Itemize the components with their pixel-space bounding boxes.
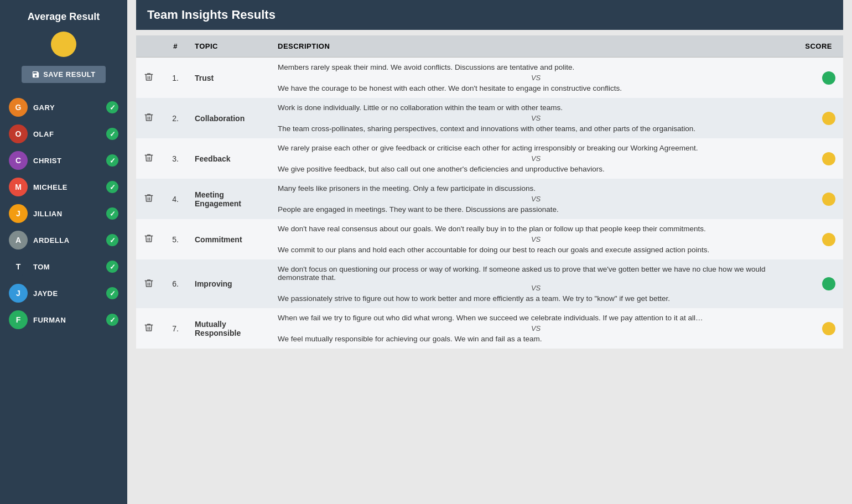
col-header-topic: TOPIC (189, 35, 272, 58)
member-name: FURMAN (33, 316, 101, 324)
row-topic: Mutually Responsible (189, 308, 272, 349)
save-result-button[interactable]: SAVE RESULT (22, 66, 106, 83)
member-check-icon (106, 101, 118, 113)
vs-label: VS (278, 74, 794, 82)
member-item[interactable]: A ARDELLA (0, 227, 127, 253)
desc-low: We don't have real consensus about our g… (278, 225, 706, 233)
member-name: OLAF (33, 130, 101, 138)
member-avatar: F (9, 310, 28, 329)
delete-cell[interactable] (136, 259, 162, 308)
member-check-icon (106, 287, 118, 299)
results-table: # TOPIC DESCRIPTION SCORE 1. Trust Membe… (136, 35, 843, 349)
table-row: 2. Collaboration Work is done individual… (136, 98, 843, 138)
row-number: 2. (162, 98, 189, 138)
col-header-icon (136, 35, 162, 58)
member-name: JILLIAN (33, 210, 101, 218)
member-item[interactable]: F FURMAN (0, 306, 127, 333)
score-dot (822, 322, 835, 335)
trash-icon[interactable] (144, 278, 154, 289)
member-check-icon (106, 207, 118, 220)
desc-low: Members rarely speak their mind. We avoi… (278, 63, 574, 71)
member-item[interactable]: G GARY (0, 94, 127, 121)
member-list: G GARY O OLAF C CHRIST M MICHELE J JILLI… (0, 94, 127, 333)
row-description: We don't focus on questioning our proces… (272, 259, 799, 308)
member-item[interactable]: J JILLIAN (0, 200, 127, 227)
desc-low: Work is done individually. Little or no … (278, 103, 563, 112)
member-check-icon (106, 181, 118, 193)
table-row: 5. Commitment We don't have real consens… (136, 219, 843, 259)
member-avatar: J (9, 284, 28, 303)
member-avatar: C (9, 151, 28, 170)
row-number: 5. (162, 219, 189, 259)
col-header-num: # (162, 35, 189, 58)
desc-low: Many feels like prisoners in the meeting… (278, 184, 536, 193)
vs-label: VS (278, 195, 794, 203)
score-dot (822, 233, 835, 246)
score-dot (822, 193, 835, 206)
row-score (799, 98, 843, 138)
member-check-icon (106, 128, 118, 140)
member-name: MICHELE (33, 183, 101, 191)
row-description: Members rarely speak their mind. We avoi… (272, 58, 799, 98)
member-avatar: O (9, 124, 28, 143)
member-name: TOM (33, 263, 101, 271)
member-name: ARDELLA (33, 236, 101, 245)
vs-label: VS (278, 154, 794, 163)
col-header-score: SCORE (799, 35, 843, 58)
vs-label: VS (278, 324, 794, 332)
member-name: GARY (33, 103, 101, 112)
member-item[interactable]: T TOM (0, 253, 127, 280)
member-check-icon (106, 261, 118, 273)
member-item[interactable]: C CHRIST (0, 147, 127, 174)
member-avatar: M (9, 178, 28, 196)
trash-icon[interactable] (144, 193, 154, 204)
table-row: 1. Trust Members rarely speak their mind… (136, 58, 843, 98)
row-topic: Commitment (189, 219, 272, 259)
table-row: 4. Meeting Engagement Many feels like pr… (136, 179, 843, 219)
delete-cell[interactable] (136, 179, 162, 219)
desc-high: We give positive feedback, but also call… (278, 165, 605, 173)
trash-icon[interactable] (144, 233, 154, 244)
score-dot (822, 112, 835, 125)
row-topic: Trust (189, 58, 272, 98)
desc-high: People are engaged in meetings. They wan… (278, 205, 559, 214)
trash-icon[interactable] (144, 112, 154, 123)
member-name: CHRIST (33, 157, 101, 165)
sidebar: Average Result SAVE RESULT G GARY O OLAF… (0, 0, 127, 504)
row-score (799, 179, 843, 219)
desc-high: We passionately strive to figure out how… (278, 294, 670, 303)
member-check-icon (106, 234, 118, 246)
page-title: Team Insights Results (136, 0, 843, 30)
row-score (799, 259, 843, 308)
trash-icon[interactable] (144, 71, 154, 82)
row-description: We don't have real consensus about our g… (272, 219, 799, 259)
desc-high: The team cross-pollinates, sharing persp… (278, 124, 695, 133)
delete-cell[interactable] (136, 308, 162, 349)
table-row: 7. Mutually Responsible When we fail we … (136, 308, 843, 349)
trash-icon[interactable] (144, 152, 154, 163)
score-dot (822, 277, 835, 290)
delete-cell[interactable] (136, 138, 162, 179)
score-dot (822, 152, 835, 165)
member-avatar: T (9, 257, 28, 276)
member-item[interactable]: J JAYDE (0, 280, 127, 306)
member-item[interactable]: M MICHELE (0, 174, 127, 200)
delete-cell[interactable] (136, 219, 162, 259)
member-item[interactable]: O OLAF (0, 121, 127, 147)
row-score (799, 58, 843, 98)
trash-icon[interactable] (144, 322, 154, 333)
row-score (799, 138, 843, 179)
row-score (799, 308, 843, 349)
delete-cell[interactable] (136, 58, 162, 98)
row-topic: Meeting Engagement (189, 179, 272, 219)
member-avatar: G (9, 98, 28, 117)
desc-low: When we fail we try to figure out who di… (278, 314, 703, 322)
row-number: 7. (162, 308, 189, 349)
row-topic: Improving (189, 259, 272, 308)
delete-cell[interactable] (136, 98, 162, 138)
row-topic: Feedback (189, 138, 272, 179)
vs-label: VS (278, 114, 794, 122)
member-avatar: A (9, 231, 28, 250)
desc-low: We rarely praise each other or give feed… (278, 144, 698, 152)
member-name: JAYDE (33, 289, 101, 298)
